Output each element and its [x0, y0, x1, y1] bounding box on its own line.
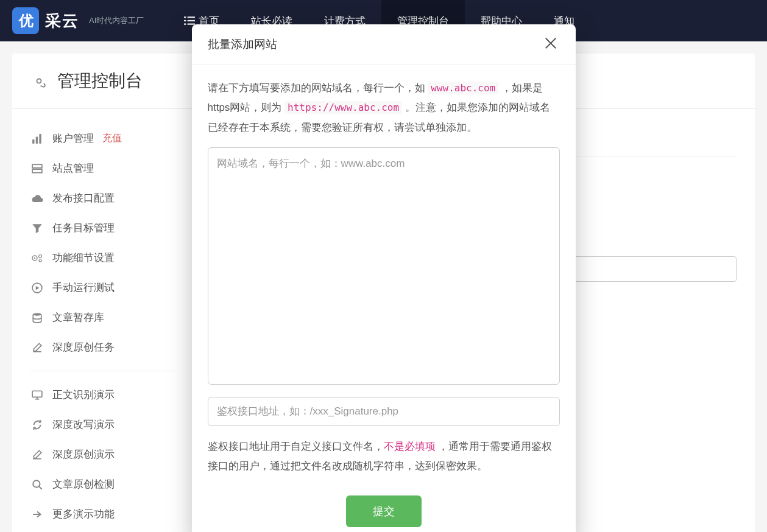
code-example-2: https://www.abc.com: [285, 101, 402, 114]
auth-url-input[interactable]: [208, 397, 560, 426]
domains-textarea[interactable]: [208, 147, 560, 385]
optional-hint: 不是必填项: [384, 441, 436, 452]
modal-header: 批量添加网站: [192, 24, 576, 65]
close-icon[interactable]: [544, 37, 560, 52]
modal-help-text: 请在下方填写要添加的网站域名，每行一个，如 www.abc.com ，如果是ht…: [208, 79, 560, 138]
modal-backdrop: 批量添加网站 请在下方填写要添加的网站域名，每行一个，如 www.abc.com…: [0, 0, 767, 532]
modal-footer: 提交: [192, 489, 576, 532]
batch-add-modal: 批量添加网站 请在下方填写要添加的网站域名，每行一个，如 www.abc.com…: [192, 24, 576, 532]
modal-body: 请在下方填写要添加的网站域名，每行一个，如 www.abc.com ，如果是ht…: [192, 65, 576, 489]
modal-title: 批量添加网站: [208, 37, 277, 52]
submit-button[interactable]: 提交: [346, 495, 422, 527]
modal-help-text-2: 鉴权接口地址用于自定义接口文件名，不是必填项 ，通常用于需要通用鉴权接口的用户，…: [208, 437, 560, 477]
code-example-1: www.abc.com: [428, 82, 498, 94]
